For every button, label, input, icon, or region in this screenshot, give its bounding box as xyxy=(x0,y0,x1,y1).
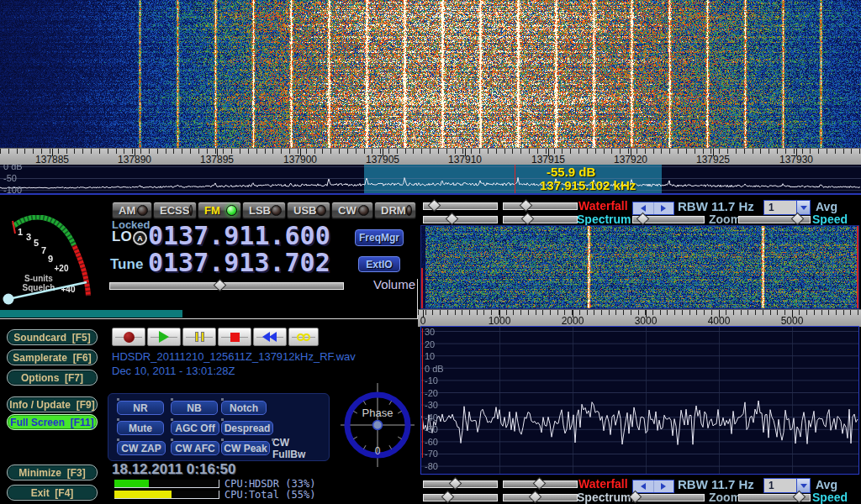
hdsdr-window: 137885 137890 137895 137900 137905 13791… xyxy=(0,0,861,504)
af-waterfall-canvas[interactable] xyxy=(421,226,858,308)
notch-button[interactable]: Notch xyxy=(221,401,267,415)
despread-button[interactable]: Despread xyxy=(221,421,273,435)
freqmgr-button[interactable]: FreqMgr xyxy=(355,229,404,246)
lo-auto-badge[interactable]: A xyxy=(133,231,147,245)
soundcard-button[interactable]: Soundcard [F5] xyxy=(7,329,98,345)
avg-dropdown-top[interactable]: 1 xyxy=(763,200,811,215)
mode-button-ecss[interactable]: ECSS xyxy=(153,202,197,219)
stop-icon xyxy=(230,333,240,342)
rf-scale-label: 137915 xyxy=(523,154,573,165)
zoom-slider-top[interactable] xyxy=(632,216,705,223)
waterfall-brightness-slider-top[interactable] xyxy=(423,202,498,210)
dsp-panel: NR NB Notch Mute AGC Off Despread CW ZAP… xyxy=(108,393,330,461)
slider-thumb[interactable] xyxy=(446,213,459,226)
options-button[interactable]: Options [F7] xyxy=(7,370,98,386)
left-arrow-icon xyxy=(641,483,646,490)
cpu-hdsdr-text: CPU:HDSDR (33%) xyxy=(224,478,315,490)
nr-button[interactable]: NR xyxy=(117,401,164,415)
lo-frequency-display[interactable]: 0137.911.600 xyxy=(148,223,330,249)
slider-thumb[interactable] xyxy=(448,477,462,491)
mode-led-icon xyxy=(189,205,193,216)
af-spectrum[interactable]: 30 20 10 0 dB -10 -20 -30 -40 -50 -60 -7… xyxy=(420,326,859,475)
rf-scale-label: 137890 xyxy=(109,154,160,165)
mute-button[interactable]: Mute xyxy=(117,421,164,435)
mode-label: DRM xyxy=(381,204,406,217)
rf-db-label: 0 dB xyxy=(3,165,23,171)
mode-button-usb[interactable]: USB xyxy=(287,202,330,219)
cursor-level: -55.9 dB xyxy=(540,165,636,179)
rf-spectrum-canvas[interactable] xyxy=(0,165,861,193)
slider-thumb[interactable] xyxy=(528,491,541,504)
play-button[interactable] xyxy=(147,328,181,346)
s-units-label: S-units xyxy=(24,274,53,283)
full-screen-button[interactable]: Full Screen [F11] xyxy=(7,414,98,430)
rf-frequency-scale[interactable]: 137885 137890 137895 137900 137905 13791… xyxy=(0,148,861,165)
cpu-total-text: CPU:Total (55%) xyxy=(224,489,315,501)
af-waterfall[interactable] xyxy=(420,225,859,309)
tune-frequency-display[interactable]: 0137.913.702 xyxy=(148,250,330,276)
stop-button[interactable] xyxy=(218,328,251,346)
rf-spectrum[interactable]: 0 dB -50 -100 -55.9 dB 137.915.102 kHz xyxy=(0,165,861,195)
cw-fullbw-button[interactable]: CW FullBw xyxy=(272,441,325,455)
spectrum-label-bottom[interactable]: Spectrum xyxy=(577,491,631,504)
waterfall-label-bottom[interactable]: Waterfall xyxy=(578,478,628,491)
rewind-button[interactable] xyxy=(253,328,287,346)
af-spectrum-canvas[interactable] xyxy=(421,327,858,474)
mode-button-cw[interactable]: CW xyxy=(331,202,373,219)
info-update-button[interactable]: Info / Update [F9] xyxy=(7,396,98,412)
mode-button-drm[interactable]: DRM xyxy=(374,202,416,219)
cw-peak-button[interactable]: CW Peak xyxy=(221,441,270,455)
af-db-label: -40 xyxy=(425,412,438,423)
samplerate-button[interactable]: Samplerate [F6] xyxy=(7,349,98,365)
slider-thumb[interactable] xyxy=(428,199,441,213)
s-meter-needle-pivot xyxy=(3,294,14,305)
avg-dropdown-bottom[interactable]: 1 xyxy=(763,478,811,493)
cw-zap-button[interactable]: CW ZAP xyxy=(117,441,166,455)
speed-slider-top[interactable] xyxy=(738,216,811,223)
record-button[interactable] xyxy=(112,328,145,346)
mode-led-icon xyxy=(271,205,282,216)
cw-afc-button[interactable]: CW AFC xyxy=(171,441,219,455)
loop-button[interactable] xyxy=(288,328,319,346)
mode-label: LSB xyxy=(249,204,271,217)
slider-thumb[interactable] xyxy=(441,491,455,504)
agc-button[interactable]: AGC Off xyxy=(171,421,219,435)
playback-progress-bar[interactable] xyxy=(0,310,182,318)
spectrum-label-top[interactable]: Spectrum xyxy=(577,213,631,226)
slider-thumb[interactable] xyxy=(532,477,546,491)
mode-button-fm[interactable]: FM xyxy=(198,202,241,219)
mode-led-icon xyxy=(358,205,369,216)
af-frequency-scale[interactable]: 0 1000 2000 3000 4000 5000 xyxy=(418,309,861,327)
extio-button[interactable]: ExtIO xyxy=(358,256,400,272)
s-meter: 1 3 5 7 9 +20 +40 S-units Squelch xyxy=(2,215,108,309)
exit-button[interactable]: Exit [F4] xyxy=(7,485,98,501)
waterfall-contrast-slider-top[interactable] xyxy=(503,202,578,210)
slider-thumb[interactable] xyxy=(521,213,535,226)
spectrum-gain-slider-top[interactable] xyxy=(423,216,498,223)
spectrum-range-slider-bottom[interactable] xyxy=(503,494,578,501)
waterfall-brightness-slider-bottom[interactable] xyxy=(423,480,498,488)
volume-slider[interactable] xyxy=(109,282,344,290)
af-db-label: -10 xyxy=(425,375,438,386)
slider-thumb[interactable] xyxy=(520,199,533,213)
rf-scale-label: 137925 xyxy=(688,154,738,165)
waterfall-contrast-slider-bottom[interactable] xyxy=(503,480,578,488)
mode-led-icon xyxy=(137,205,148,216)
speed-slider-bottom[interactable] xyxy=(738,494,811,501)
mode-button-am[interactable]: AM xyxy=(112,202,152,219)
minimize-button[interactable]: Minimize [F3] xyxy=(7,465,98,480)
rf-waterfall-canvas[interactable] xyxy=(0,0,861,148)
rbw-label-bottom: RBW 11.7 Hz xyxy=(678,478,754,491)
spectrum-range-slider-top[interactable] xyxy=(503,216,578,223)
mode-button-lsb[interactable]: LSB xyxy=(242,202,286,219)
rbw-increase-button[interactable] xyxy=(653,480,674,492)
spectrum-gain-slider-bottom[interactable] xyxy=(423,494,498,501)
pause-button[interactable] xyxy=(182,328,216,346)
rewind-icon xyxy=(263,332,277,342)
dropdown-button[interactable] xyxy=(796,201,810,214)
volume-slider-thumb[interactable] xyxy=(214,279,227,292)
nb-button[interactable]: NB xyxy=(171,401,218,415)
waterfall-label-top[interactable]: Waterfall xyxy=(578,200,628,213)
zoom-slider-bottom[interactable] xyxy=(632,494,705,501)
rbw-increase-button[interactable] xyxy=(653,202,674,214)
